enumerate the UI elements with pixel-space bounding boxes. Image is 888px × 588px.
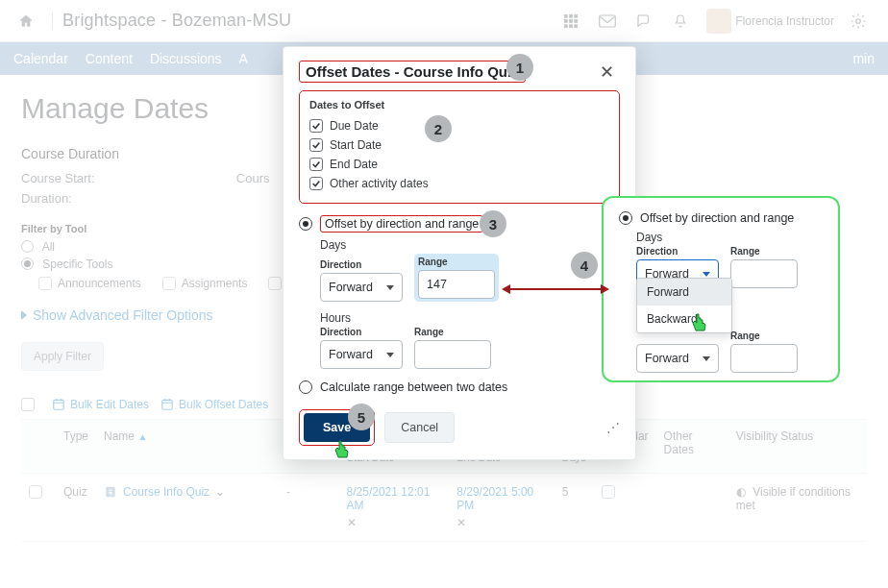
checkbox-other[interactable] <box>309 177 323 190</box>
chevron-down-icon <box>386 353 394 357</box>
col-vis[interactable]: Visibility Status <box>728 420 867 474</box>
chevron-down-icon[interactable]: ⌄ <box>215 485 225 499</box>
tool-checkbox[interactable] <box>162 277 176 290</box>
checkbox-start[interactable] <box>309 138 323 152</box>
checkbox-label: Other activity dates <box>330 177 429 190</box>
hours-range-input[interactable] <box>730 344 798 373</box>
divider <box>52 12 53 30</box>
direction-dropdown-callout: Offset by direction and range Days Direc… <box>602 196 840 382</box>
apps-grid-icon[interactable] <box>558 9 583 34</box>
select-all-checkbox[interactable] <box>21 398 35 411</box>
nav-item[interactable]: A <box>239 51 248 66</box>
nav-item[interactable]: Content <box>86 51 133 66</box>
nav-item[interactable]: Discussions <box>150 51 222 66</box>
mail-icon[interactable] <box>595 9 620 34</box>
radio-all-label: All <box>42 240 55 254</box>
radio-all[interactable] <box>21 240 34 253</box>
cancel-button[interactable]: Cancel <box>384 412 455 443</box>
item-name-label: Course Info Quiz <box>123 485 210 499</box>
user-name[interactable]: Florencia Instructor <box>735 14 834 28</box>
dropdown-option-forward[interactable]: Forward <box>637 279 731 306</box>
cell-start[interactable]: 8/25/2021 12:01 AM✕ <box>339 474 450 542</box>
col-type[interactable]: Type <box>56 420 96 474</box>
col-name[interactable]: Name <box>104 429 135 443</box>
dates-to-offset-group: Dates to Offset Due Date Start Date End … <box>299 90 620 204</box>
chevron-down-icon <box>703 356 710 361</box>
dialog-title: Offset Dates - Course Info Quiz <box>299 61 526 83</box>
days-direction-select[interactable]: Forward <box>320 273 403 302</box>
step-badge: 1 <box>506 54 533 81</box>
radio-specific-label: Specific Tools <box>42 257 112 271</box>
table-row: Quiz ? Course Info Quiz ⌄ - 8/25/2021 12… <box>21 474 867 542</box>
home-icon[interactable] <box>17 12 35 30</box>
svg-rect-3 <box>565 19 568 22</box>
days-heading: Days <box>320 238 620 252</box>
bulk-offset-label: Bulk Offset Dates <box>179 398 268 411</box>
range-label: Range <box>730 246 798 257</box>
range-label: Range <box>730 331 798 341</box>
step-badge: 2 <box>425 115 452 142</box>
tool-checkbox[interactable] <box>38 277 52 290</box>
direction-dropdown-menu: Forward Backward <box>636 278 732 333</box>
calc-between-label: Calculate range between two dates <box>320 380 507 394</box>
chat-icon[interactable] <box>631 9 656 34</box>
bell-icon[interactable] <box>668 9 693 34</box>
calc-between-radio[interactable]: Calculate range between two dates <box>299 380 620 394</box>
close-icon[interactable]: ✕ <box>594 61 620 83</box>
radio-specific[interactable] <box>21 257 34 270</box>
avatar[interactable] <box>706 9 731 34</box>
dropdown-option-backward[interactable]: Backward <box>637 306 731 332</box>
course-end-label: Cours <box>236 171 270 185</box>
offset-by-label: Offset by direction and range <box>320 215 483 233</box>
svg-rect-11 <box>54 400 64 409</box>
svg-rect-2 <box>575 14 578 17</box>
offset-by-direction-radio[interactable]: Offset by direction and range <box>299 215 620 233</box>
checkbox-due[interactable] <box>309 119 323 133</box>
days-range-input[interactable] <box>730 259 798 288</box>
row-checkbox[interactable] <box>29 485 42 499</box>
bulk-offset-link[interactable]: Bulk Offset Dates <box>160 398 268 411</box>
bulk-edit-label: Bulk Edit Dates <box>70 398 149 411</box>
apply-filter-button[interactable]: Apply Filter <box>21 342 104 371</box>
site-title[interactable]: Brightspace - Bozeman-MSU <box>62 11 291 31</box>
cell-type: Quiz <box>56 474 96 542</box>
svg-rect-8 <box>575 24 578 27</box>
cell-end[interactable]: 8/29/2021 5:00 PM✕ <box>449 474 555 542</box>
clear-icon[interactable]: ✕ <box>456 516 547 529</box>
nav-trailing[interactable]: min <box>852 51 875 66</box>
cell-due: - <box>279 474 339 542</box>
calendar-checkbox[interactable] <box>602 485 615 499</box>
checkbox-label: End Date <box>330 158 378 171</box>
hours-heading: Hours <box>320 311 620 325</box>
radio-icon <box>299 217 312 231</box>
course-start-label: Course Start: <box>21 171 95 185</box>
range-label: Range <box>418 257 495 267</box>
svg-rect-6 <box>565 24 568 27</box>
svg-rect-7 <box>570 24 573 27</box>
bulk-edit-link[interactable]: Bulk Edit Dates <box>52 398 149 411</box>
hours-direction-select[interactable]: Forward <box>320 340 403 369</box>
direction-label: Direction <box>320 327 403 337</box>
svg-rect-0 <box>565 14 568 17</box>
offset-by-label: Offset by direction and range <box>640 211 794 225</box>
chevron-down-icon <box>703 272 710 277</box>
step-badge: 4 <box>571 252 598 279</box>
tool-checkbox[interactable] <box>268 277 282 290</box>
item-name-link[interactable]: ? Course Info Quiz ⌄ <box>104 485 271 499</box>
advanced-filter-label: Show Advanced Filter Options <box>33 307 213 323</box>
col-other[interactable]: Other Dates <box>656 420 728 474</box>
range-label: Range <box>414 327 491 337</box>
dates-heading: Dates to Offset <box>309 99 609 110</box>
header-bar: Brightspace - Bozeman-MSU Florencia Inst… <box>0 0 888 42</box>
checkbox-end[interactable] <box>309 158 323 171</box>
hours-range-input[interactable] <box>414 340 491 369</box>
resize-handle-icon[interactable]: ⋰ <box>606 420 620 435</box>
chevron-right-icon <box>21 310 27 320</box>
clear-icon[interactable]: ✕ <box>347 516 442 529</box>
checkbox-label: Start Date <box>330 138 382 152</box>
svg-rect-1 <box>570 14 573 17</box>
nav-item[interactable]: Calendar <box>13 51 68 66</box>
gear-icon[interactable] <box>846 9 871 34</box>
hours-direction-select[interactable]: Forward <box>636 344 719 373</box>
days-range-input[interactable]: 147 <box>418 270 495 299</box>
